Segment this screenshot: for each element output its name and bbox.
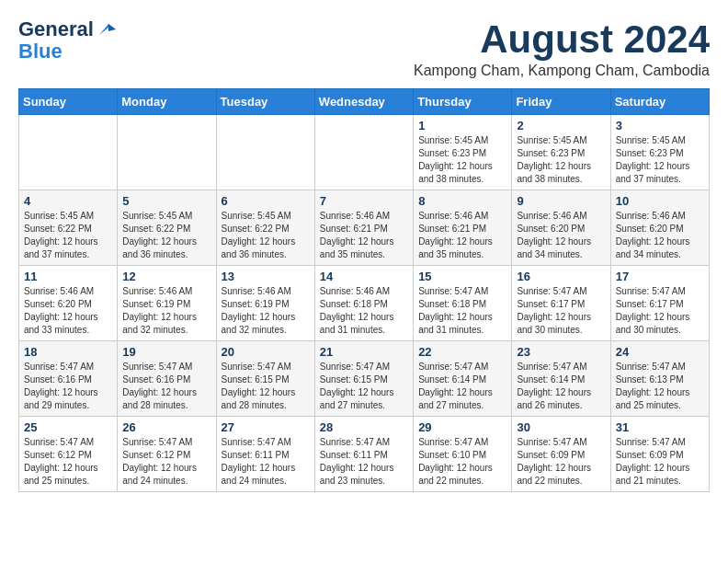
calendar-body: 1Sunrise: 5:45 AM Sunset: 6:23 PM Daylig… [19, 115, 710, 492]
day-info: Sunrise: 5:47 AM Sunset: 6:15 PM Dayligh… [222, 361, 310, 412]
day-number: 19 [122, 345, 210, 359]
day-number: 30 [517, 420, 605, 434]
day-number: 24 [616, 345, 704, 359]
calendar-cell [19, 115, 118, 190]
calendar-cell: 7Sunrise: 5:46 AM Sunset: 6:21 PM Daylig… [314, 190, 413, 266]
day-info: Sunrise: 5:47 AM Sunset: 6:09 PM Dayligh… [517, 436, 605, 488]
day-number: 3 [616, 119, 704, 132]
calendar-cell: 1Sunrise: 5:45 AM Sunset: 6:23 PM Daylig… [414, 115, 512, 190]
day-info: Sunrise: 5:47 AM Sunset: 6:18 PM Dayligh… [418, 285, 506, 337]
calendar-cell: 18Sunrise: 5:47 AM Sunset: 6:16 PM Dayli… [19, 341, 118, 417]
day-number: 29 [418, 420, 506, 434]
calendar-cell: 30Sunrise: 5:47 AM Sunset: 6:09 PM Dayli… [512, 417, 610, 492]
calendar-cell: 10Sunrise: 5:46 AM Sunset: 6:20 PM Dayli… [610, 190, 709, 266]
day-number: 28 [320, 420, 408, 434]
day-number: 12 [122, 270, 210, 283]
calendar-cell: 27Sunrise: 5:47 AM Sunset: 6:11 PM Dayli… [216, 417, 314, 492]
day-info: Sunrise: 5:45 AM Sunset: 6:23 PM Dayligh… [616, 134, 704, 186]
day-info: Sunrise: 5:45 AM Sunset: 6:22 PM Dayligh… [222, 210, 310, 261]
calendar-cell: 9Sunrise: 5:46 AM Sunset: 6:20 PM Daylig… [512, 190, 610, 266]
day-number: 17 [616, 270, 704, 283]
day-number: 20 [222, 345, 310, 359]
calendar-cell: 2Sunrise: 5:45 AM Sunset: 6:23 PM Daylig… [512, 115, 610, 190]
calendar-cell: 25Sunrise: 5:47 AM Sunset: 6:12 PM Dayli… [19, 417, 118, 492]
day-info: Sunrise: 5:47 AM Sunset: 6:10 PM Dayligh… [418, 436, 506, 488]
logo: General Blue [18, 18, 116, 63]
calendar-table: SundayMondayTuesdayWednesdayThursdayFrid… [18, 88, 710, 492]
day-number: 10 [616, 194, 704, 208]
day-info: Sunrise: 5:46 AM Sunset: 6:20 PM Dayligh… [616, 210, 704, 261]
day-info: Sunrise: 5:47 AM Sunset: 6:09 PM Dayligh… [616, 436, 704, 488]
day-number: 23 [517, 345, 605, 359]
calendar-cell: 3Sunrise: 5:45 AM Sunset: 6:23 PM Daylig… [610, 115, 709, 190]
header-saturday: Saturday [610, 89, 709, 115]
calendar-cell: 28Sunrise: 5:47 AM Sunset: 6:11 PM Dayli… [314, 417, 413, 492]
day-number: 16 [517, 270, 605, 283]
day-info: Sunrise: 5:47 AM Sunset: 6:11 PM Dayligh… [222, 436, 310, 488]
week-row-5: 25Sunrise: 5:47 AM Sunset: 6:12 PM Dayli… [19, 417, 710, 492]
day-info: Sunrise: 5:47 AM Sunset: 6:17 PM Dayligh… [517, 285, 605, 337]
svg-marker-1 [108, 24, 116, 31]
day-number: 7 [320, 194, 408, 208]
calendar-cell [314, 115, 413, 190]
day-number: 2 [517, 119, 605, 132]
day-info: Sunrise: 5:45 AM Sunset: 6:22 PM Dayligh… [24, 210, 112, 261]
day-number: 1 [418, 119, 506, 132]
day-number: 8 [418, 194, 506, 208]
month-year-title: August 2024 [414, 18, 710, 61]
location-subtitle: Kampong Cham, Kampong Cham, Cambodia [414, 63, 710, 79]
day-info: Sunrise: 5:46 AM Sunset: 6:19 PM Dayligh… [222, 285, 310, 337]
day-number: 13 [222, 270, 310, 283]
header: General Blue August 2024 Kampong Cham, K… [18, 18, 710, 79]
calendar-cell: 13Sunrise: 5:46 AM Sunset: 6:19 PM Dayli… [216, 266, 314, 341]
calendar-cell: 19Sunrise: 5:47 AM Sunset: 6:16 PM Dayli… [118, 341, 216, 417]
calendar-cell: 12Sunrise: 5:46 AM Sunset: 6:19 PM Dayli… [118, 266, 216, 341]
day-info: Sunrise: 5:47 AM Sunset: 6:14 PM Dayligh… [418, 361, 506, 412]
header-friday: Friday [512, 89, 610, 115]
calendar-cell: 4Sunrise: 5:45 AM Sunset: 6:22 PM Daylig… [19, 190, 118, 266]
header-monday: Monday [118, 89, 216, 115]
day-info: Sunrise: 5:47 AM Sunset: 6:11 PM Dayligh… [320, 436, 408, 488]
day-number: 25 [24, 420, 112, 434]
calendar-cell: 14Sunrise: 5:46 AM Sunset: 6:18 PM Dayli… [314, 266, 413, 341]
calendar-cell: 8Sunrise: 5:46 AM Sunset: 6:21 PM Daylig… [414, 190, 512, 266]
day-info: Sunrise: 5:46 AM Sunset: 6:19 PM Dayligh… [122, 285, 210, 337]
day-info: Sunrise: 5:47 AM Sunset: 6:13 PM Dayligh… [616, 361, 704, 412]
day-info: Sunrise: 5:47 AM Sunset: 6:14 PM Dayligh… [517, 361, 605, 412]
day-number: 21 [320, 345, 408, 359]
day-info: Sunrise: 5:45 AM Sunset: 6:22 PM Dayligh… [122, 210, 210, 261]
day-info: Sunrise: 5:46 AM Sunset: 6:20 PM Dayligh… [517, 210, 605, 261]
day-number: 11 [24, 270, 112, 283]
calendar-cell: 5Sunrise: 5:45 AM Sunset: 6:22 PM Daylig… [118, 190, 216, 266]
calendar-cell: 17Sunrise: 5:47 AM Sunset: 6:17 PM Dayli… [610, 266, 709, 341]
day-info: Sunrise: 5:46 AM Sunset: 6:20 PM Dayligh… [24, 285, 112, 337]
calendar-cell [118, 115, 216, 190]
day-info: Sunrise: 5:46 AM Sunset: 6:21 PM Dayligh… [320, 210, 408, 261]
week-row-4: 18Sunrise: 5:47 AM Sunset: 6:16 PM Dayli… [19, 341, 710, 417]
day-info: Sunrise: 5:46 AM Sunset: 6:18 PM Dayligh… [320, 285, 408, 337]
calendar-cell: 6Sunrise: 5:45 AM Sunset: 6:22 PM Daylig… [216, 190, 314, 266]
day-info: Sunrise: 5:46 AM Sunset: 6:21 PM Dayligh… [418, 210, 506, 261]
calendar-cell: 29Sunrise: 5:47 AM Sunset: 6:10 PM Dayli… [414, 417, 512, 492]
day-number: 6 [222, 194, 310, 208]
day-number: 22 [418, 345, 506, 359]
calendar-cell [216, 115, 314, 190]
calendar-cell: 31Sunrise: 5:47 AM Sunset: 6:09 PM Dayli… [610, 417, 709, 492]
header-wednesday: Wednesday [314, 89, 413, 115]
week-row-3: 11Sunrise: 5:46 AM Sunset: 6:20 PM Dayli… [19, 266, 710, 341]
calendar-cell: 24Sunrise: 5:47 AM Sunset: 6:13 PM Dayli… [610, 341, 709, 417]
day-info: Sunrise: 5:47 AM Sunset: 6:16 PM Dayligh… [122, 361, 210, 412]
day-number: 14 [320, 270, 408, 283]
day-info: Sunrise: 5:47 AM Sunset: 6:12 PM Dayligh… [24, 436, 112, 488]
header-thursday: Thursday [414, 89, 512, 115]
week-row-1: 1Sunrise: 5:45 AM Sunset: 6:23 PM Daylig… [19, 115, 710, 190]
day-info: Sunrise: 5:47 AM Sunset: 6:15 PM Dayligh… [320, 361, 408, 412]
day-number: 18 [24, 345, 112, 359]
day-info: Sunrise: 5:45 AM Sunset: 6:23 PM Dayligh… [517, 134, 605, 186]
header-tuesday: Tuesday [216, 89, 314, 115]
day-number: 26 [122, 420, 210, 434]
calendar-cell: 11Sunrise: 5:46 AM Sunset: 6:20 PM Dayli… [19, 266, 118, 341]
day-info: Sunrise: 5:45 AM Sunset: 6:23 PM Dayligh… [418, 134, 506, 186]
calendar-cell: 20Sunrise: 5:47 AM Sunset: 6:15 PM Dayli… [216, 341, 314, 417]
title-area: August 2024 Kampong Cham, Kampong Cham, … [414, 18, 710, 79]
